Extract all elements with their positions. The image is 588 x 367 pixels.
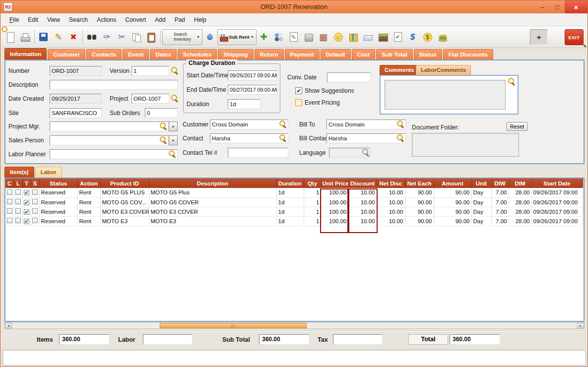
paste-button[interactable] xyxy=(144,29,159,46)
tab-labor[interactable]: Labor xyxy=(35,167,62,178)
table-row[interactable]: ✔ Reserved Rent MOTO G5 COV... MOTO G5 C… xyxy=(5,197,583,207)
reset-button[interactable]: Reset xyxy=(507,122,527,131)
row-checkbox-s[interactable] xyxy=(31,188,39,197)
tab-dates[interactable]: Dates xyxy=(150,49,176,60)
table-row[interactable]: ✔ Reserved Rent MOTO E3 MOTO E3 1d 1 100… xyxy=(5,216,583,226)
organization-button[interactable]: ▦ xyxy=(316,29,331,46)
menu-pad[interactable]: Pad xyxy=(170,15,190,25)
tab-status[interactable]: Status xyxy=(414,49,442,60)
row-checkbox-s[interactable] xyxy=(31,207,39,216)
menu-view[interactable]: View xyxy=(43,15,65,25)
tab-information[interactable]: Information xyxy=(4,48,47,60)
project-mgr-search-icon[interactable] xyxy=(159,122,167,130)
row-checkbox-s[interactable] xyxy=(31,197,39,207)
package-button[interactable] xyxy=(346,29,361,46)
customer-search-icon[interactable] xyxy=(279,121,287,128)
tab-labor-comments[interactable]: LaborComments xyxy=(416,65,471,75)
contract-button[interactable]: ✔ xyxy=(391,29,405,46)
project-field[interactable]: ORD-1007 xyxy=(131,94,169,104)
col-header-status[interactable]: Status xyxy=(39,179,77,188)
col-header-unit[interactable]: Unit xyxy=(471,179,491,188)
sales-person-search-icon[interactable] xyxy=(159,136,167,144)
row-checkbox-t[interactable]: ✔ xyxy=(22,207,31,216)
pin-button[interactable]: ✦ xyxy=(530,29,548,45)
table-row[interactable]: ✔ Reserved Rent MOTO E3 COVER MOTO E3 CO… xyxy=(5,207,583,216)
col-header-duration[interactable]: Duration xyxy=(276,179,304,188)
col-header-action[interactable]: Action xyxy=(77,179,100,188)
col-header-net-each[interactable]: Net Each xyxy=(405,179,434,188)
cut-button[interactable]: ✂ xyxy=(114,29,129,46)
col-header-dim[interactable]: DIM xyxy=(509,179,531,188)
search-inventory-button[interactable]: Search Inventory ▼ xyxy=(162,29,202,45)
menu-file[interactable]: File xyxy=(5,15,23,25)
col-header-diw[interactable]: DIW xyxy=(491,179,509,188)
labor-planner-field[interactable] xyxy=(50,149,178,159)
notes-button[interactable]: ✑ xyxy=(99,29,114,46)
add-item-button[interactable]: ✚ xyxy=(257,29,271,46)
sales-person-field[interactable] xyxy=(50,135,169,145)
row-checkbox-l[interactable] xyxy=(14,207,22,216)
horizontal-scrollbar[interactable]: ◄ ► xyxy=(4,322,585,329)
tab-items[interactable]: Item(s) xyxy=(4,167,34,178)
scroll-right-icon[interactable]: ► xyxy=(577,323,584,328)
version-field[interactable]: 1 xyxy=(131,66,169,76)
col-header-c[interactable]: C xyxy=(5,179,14,188)
currency-button[interactable]: $ xyxy=(405,29,420,46)
language-search-icon[interactable] xyxy=(362,149,370,157)
tab-shipping[interactable]: Shipping xyxy=(218,49,253,60)
col-header-product-id[interactable]: Product ID xyxy=(100,179,149,188)
project-mgr-field[interactable] xyxy=(50,122,169,131)
delete-button[interactable]: ✖ xyxy=(66,29,81,46)
edit-notes-button[interactable]: ✎ xyxy=(286,29,301,46)
scroll-left-icon[interactable]: ◄ xyxy=(5,323,12,328)
bill-contact-field[interactable]: Harsha xyxy=(327,133,406,143)
row-checkbox-c[interactable] xyxy=(5,188,14,197)
exit-button[interactable]: EXIT xyxy=(565,29,584,45)
bill-contact-search-icon[interactable] xyxy=(396,134,404,142)
menu-help[interactable]: Help xyxy=(190,15,211,25)
row-checkbox-c[interactable] xyxy=(5,216,14,226)
row-checkbox-t[interactable]: ✔ xyxy=(22,188,31,197)
version-search-icon[interactable] xyxy=(171,67,179,75)
comments-textarea[interactable] xyxy=(385,80,506,110)
print-button[interactable] xyxy=(18,29,33,46)
row-checkbox-t[interactable]: ✔ xyxy=(22,197,31,207)
tab-flat-discounts[interactable]: Flat Discounts xyxy=(443,49,493,60)
copy-button[interactable] xyxy=(129,29,144,46)
col-header-discount[interactable]: Discount xyxy=(348,179,377,188)
bill-to-search-icon[interactable] xyxy=(396,121,404,128)
tab-return[interactable]: Return xyxy=(255,49,284,60)
duration-field[interactable]: 1d xyxy=(228,99,261,109)
row-checkbox-s[interactable] xyxy=(31,216,39,226)
col-header-unit-price[interactable]: Unit Price xyxy=(321,179,348,188)
contact-field[interactable]: Harsha xyxy=(210,133,288,143)
col-header-net-disc[interactable]: Net Disc xyxy=(377,179,405,188)
table-row[interactable]: ✔ Reserved Rent MOTO G5 PLUS MOTO G5 Plu… xyxy=(5,188,583,197)
contact-tel-field[interactable] xyxy=(228,148,288,158)
col-header-l[interactable]: L xyxy=(14,179,22,188)
conv-date-field[interactable] xyxy=(327,72,371,82)
menu-add[interactable]: Add xyxy=(150,15,170,25)
col-header-start-date[interactable]: Start Date xyxy=(531,179,583,188)
tab-cost[interactable]: Cost xyxy=(352,49,376,60)
start-datetime-field[interactable]: 09/26/2017 09:00 AM xyxy=(228,70,277,80)
end-datetime-field[interactable]: 09/27/2017 09:00 AM xyxy=(228,85,277,95)
maximize-button[interactable]: □ xyxy=(550,0,565,13)
edit-button[interactable]: ✎ xyxy=(51,29,66,46)
contact-search-icon[interactable] xyxy=(279,134,287,142)
eraser-button[interactable] xyxy=(361,29,376,46)
tab-payment[interactable]: Payment xyxy=(285,49,320,60)
close-button[interactable]: × xyxy=(565,0,588,13)
sub-rent-button[interactable]: Sub Rent ▼ xyxy=(217,29,257,45)
col-header-t[interactable]: T xyxy=(22,179,31,188)
project-mgr-dropdown[interactable]: ▼ xyxy=(169,122,178,131)
money-button[interactable] xyxy=(435,29,450,46)
kits-button[interactable] xyxy=(271,29,286,46)
minimize-button[interactable]: – xyxy=(535,0,550,13)
bill-to-field[interactable]: Cross Domain xyxy=(327,120,406,129)
tab-event[interactable]: Event xyxy=(123,49,149,60)
tab-sub-total[interactable]: Sub Total xyxy=(376,49,413,60)
show-suggestions-checkbox[interactable]: ✔ Show Suggestions xyxy=(295,87,354,94)
catalog-button[interactable] xyxy=(376,29,391,46)
site-field[interactable]: SANFRANCISCO xyxy=(50,108,102,118)
